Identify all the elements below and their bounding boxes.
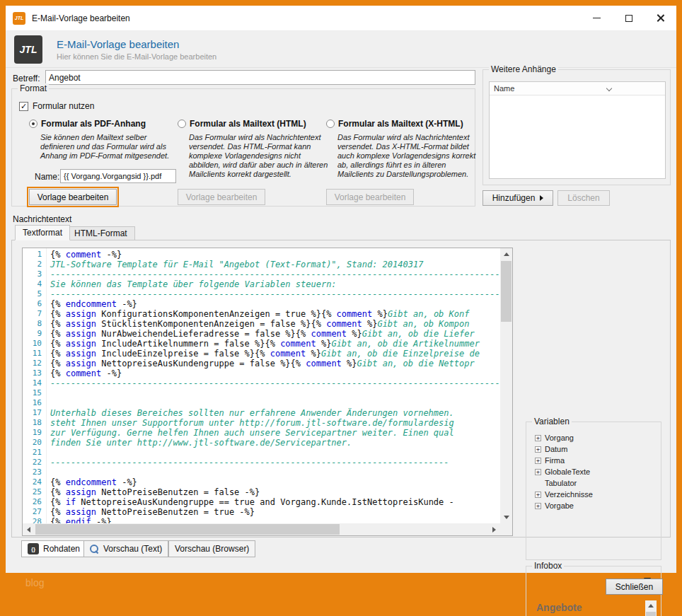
tree-item-label: Tabulator <box>545 479 577 487</box>
code-line[interactable]: ----------------------------------------… <box>50 378 500 388</box>
code-line[interactable]: steht Ihnen unser Supportforum unter htt… <box>50 418 500 428</box>
tree-item-datum[interactable]: +Datum <box>532 443 657 455</box>
code-lines[interactable]: {% comment -%}JTL-Software Template für … <box>47 248 500 523</box>
line-number: 11 <box>23 349 46 359</box>
code-line[interactable]: {% assign NettoPreiseBenutzen = true -%} <box>50 507 500 517</box>
expand-plus-icon[interactable]: + <box>535 458 541 464</box>
minimize-button[interactable] <box>581 6 613 30</box>
tab-vorschau-text[interactable]: Vorschau (Text) <box>83 540 168 557</box>
format-group: Format ✓ Formular nutzen Formular als PD… <box>11 88 475 207</box>
code-line[interactable]: zur Verfügung. Gerne helfen Ihnen auch u… <box>50 428 500 438</box>
attachments-list[interactable]: Name <box>489 81 666 179</box>
vertical-scroll-thumb[interactable] <box>501 261 512 322</box>
message-panel: 1234567891011121314151617181920212223242… <box>11 240 671 537</box>
attachments-list-header[interactable]: Name <box>490 82 665 95</box>
code-line[interactable]: ----------------------------------------… <box>50 269 500 279</box>
attachments-group-label: Weitere Anhänge <box>489 64 558 74</box>
tab-html-format[interactable]: HTML-Format <box>67 226 135 240</box>
tab-rohdaten[interactable]: Rohdaten <box>21 540 86 557</box>
variables-group-label: Variablen <box>532 417 572 426</box>
expand-plus-icon[interactable]: + <box>535 446 541 453</box>
expand-plus-icon[interactable]: + <box>535 469 541 475</box>
delete-attachment-button[interactable]: Löschen <box>557 190 610 206</box>
variables-tree[interactable]: +Vorgang+Datum+Firma+GlobaleTexteTabulat… <box>532 432 657 511</box>
code-line[interactable]: {% assign NettopreiseAusKundengruppe = f… <box>50 359 500 368</box>
edit-template-xhtml-button[interactable]: Vorlage bearbeiten <box>326 189 414 205</box>
editor-horizontal-scrollbar[interactable] <box>23 523 500 535</box>
code-line[interactable]: {% assign KonfigurationsKomponentenAnzei… <box>50 309 500 319</box>
magnifier-icon <box>90 545 99 554</box>
tab-textformat[interactable]: Textformat <box>15 225 70 240</box>
app-window: JTL E-Mail-Vorlage bearbeiten JTL E-Mail… <box>0 0 682 616</box>
line-number: 8 <box>23 319 46 329</box>
code-editor[interactable]: 1234567891011121314151617181920212223242… <box>22 248 513 536</box>
use-form-checkbox[interactable]: ✓ Formular nutzen <box>19 101 94 111</box>
expand-plus-icon[interactable]: + <box>535 435 541 441</box>
code-line[interactable]: finden Sie unter http://www.jtl-software… <box>50 438 500 448</box>
tree-item-verzeichnisse[interactable]: +Verzeichnisse <box>532 489 657 500</box>
code-line[interactable]: {% assign StücklistenKomponentenAnzeigen… <box>50 319 500 329</box>
code-line[interactable]: {% assign IncludeEinzelpreise = false %}… <box>50 349 500 359</box>
line-number: 27 <box>23 507 46 517</box>
minimize-icon <box>593 18 601 18</box>
watermark-text: blog <box>25 577 44 588</box>
chevron-down-icon[interactable] <box>606 86 612 91</box>
scroll-down-button[interactable] <box>500 511 512 523</box>
code-line[interactable]: {% comment -%} <box>50 250 500 260</box>
pdf-name-input[interactable]: {{ Vorgang.Vorgangsid }}.pdf <box>60 169 176 183</box>
tab-vorschau-browser[interactable]: Vorschau (Browser) <box>168 540 255 557</box>
radio-mailtext-html[interactable]: Formular als Mailtext (HTML) <box>178 119 306 129</box>
code-line[interactable]: JTL-Software Template für E-Mail "Angebo… <box>50 260 500 269</box>
infobox-scroll-thumb[interactable] <box>646 612 656 616</box>
code-line[interactable]: {% assign IncludeArtikelnummern = false … <box>50 339 500 349</box>
add-attachment-button[interactable]: Hinzufügen <box>482 190 553 206</box>
code-line[interactable]: {% endif -%} <box>50 517 500 523</box>
code-line[interactable] <box>50 388 500 398</box>
option-html-description: Das Formular wird als Nachrichtentext ve… <box>189 133 329 179</box>
edit-template-pdf-button[interactable]: Vorlage bearbeiten <box>29 189 117 205</box>
code-line[interactable] <box>50 448 500 458</box>
edit-template-html-button[interactable]: Vorlage bearbeiten <box>178 189 265 205</box>
tree-item-globaletexte[interactable]: +GlobaleTexte <box>532 466 657 477</box>
scroll-left-button[interactable] <box>23 523 35 535</box>
code-line[interactable]: {% comment -%} <box>50 368 500 378</box>
maximize-button[interactable] <box>613 6 645 30</box>
radio-mailtext-xhtml[interactable]: Formular als Mailtext (X-HTML) <box>326 119 463 129</box>
code-line[interactable]: Sie können das Template über folgende Va… <box>50 279 500 289</box>
code-line[interactable]: ----------------------------------------… <box>50 289 500 299</box>
code-line[interactable]: {% assign NurAbweichendeLieferadresse = … <box>50 329 500 339</box>
code-line[interactable] <box>50 398 500 408</box>
code-line[interactable]: {% if NettopreiseAusKundengruppe == true… <box>50 497 500 507</box>
pdf-name-label: Name: <box>35 172 59 182</box>
scroll-right-button[interactable] <box>488 523 500 535</box>
radio-selected-icon <box>29 120 37 128</box>
expand-plus-icon[interactable]: + <box>535 492 541 498</box>
use-form-label: Formular nutzen <box>33 101 94 111</box>
code-line[interactable] <box>50 467 500 477</box>
code-line[interactable]: {% endcomment -%} <box>50 477 500 487</box>
scroll-up-button[interactable] <box>645 600 657 611</box>
radio-pdf-attachment[interactable]: Formular als PDF-Anhang <box>29 119 146 129</box>
tree-item-vorgabe[interactable]: +Vorgabe <box>532 500 657 511</box>
tree-item-tabulator[interactable]: Tabulator <box>532 477 657 489</box>
arrow-left-icon <box>27 527 30 533</box>
checkbox-checked-icon: ✓ <box>19 102 28 111</box>
close-window-button[interactable] <box>645 6 676 30</box>
code-line[interactable]: ----------------------------------------… <box>50 458 500 467</box>
scroll-up-button[interactable] <box>500 248 512 260</box>
tree-item-vorgang[interactable]: +Vorgang <box>532 432 657 443</box>
arrow-up-icon <box>648 604 654 608</box>
editor-vertical-scrollbar[interactable] <box>500 248 512 523</box>
line-number: 7 <box>23 309 46 319</box>
line-number: 24 <box>23 477 46 487</box>
tree-item-firma[interactable]: +Firma <box>532 455 657 466</box>
close-dialog-button[interactable]: Schließen <box>606 579 663 595</box>
infobox-scrollbar[interactable] <box>645 600 657 616</box>
code-line[interactable]: Unterhalb dieses Bereiches sollten nur e… <box>50 408 500 418</box>
horizontal-scroll-thumb[interactable] <box>35 524 340 535</box>
expand-plus-icon[interactable]: + <box>535 503 541 509</box>
code-line[interactable]: {% endcomment -%} <box>50 299 500 309</box>
subject-input[interactable]: Angebot <box>45 70 475 85</box>
code-line[interactable]: {% assign NettoPreiseBenutzen = false -%… <box>50 487 500 497</box>
line-number: 18 <box>23 418 46 428</box>
